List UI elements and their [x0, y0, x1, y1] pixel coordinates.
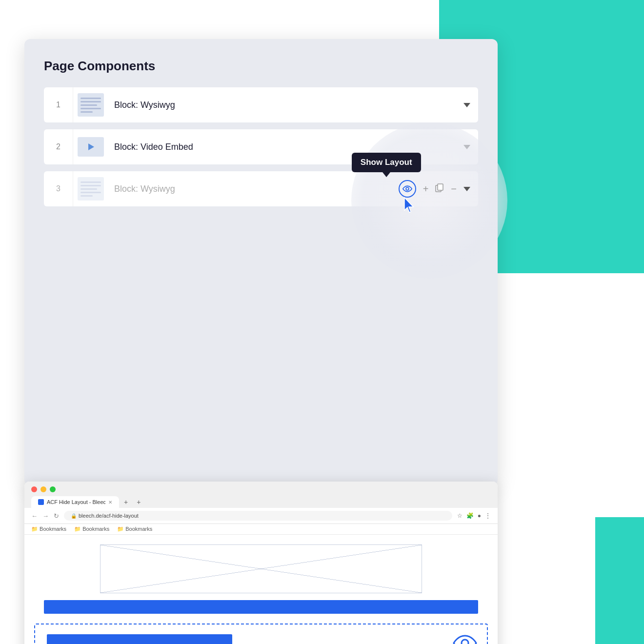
- bookmarks-bar: 📁 Bookmarks 📁 Bookmarks 📁 Bookmarks: [24, 524, 498, 535]
- dashed-section-eye: [453, 634, 477, 644]
- thumb-line: [80, 195, 93, 197]
- bookmark-2[interactable]: 📁 Bookmarks: [74, 526, 109, 532]
- browser-window: ACF Hide Layout - Bleech ✕ + + ← → ↻ 🔒 b…: [24, 482, 498, 644]
- tab-close-icon[interactable]: ✕: [108, 500, 112, 505]
- duplicate-icon[interactable]: [435, 183, 444, 195]
- block-thumb-3: [73, 171, 108, 206]
- wysiwyg-thumbnail-3: [78, 177, 104, 201]
- block-number-2: 2: [44, 129, 73, 164]
- forward-button[interactable]: →: [42, 512, 49, 520]
- video-thumbnail-2: [78, 137, 104, 157]
- thumb-line: [80, 188, 97, 190]
- block-number-1: 1: [44, 87, 73, 122]
- main-card: Page Components 1 Block: Wysiwyg 2 Block…: [24, 39, 498, 485]
- thumb-line: [80, 101, 101, 102]
- block-row-1: 1 Block: Wysiwyg: [44, 87, 478, 122]
- extension-icon[interactable]: 🧩: [466, 512, 474, 519]
- new-tab-button-2[interactable]: +: [133, 496, 144, 508]
- add-icon[interactable]: +: [423, 183, 429, 195]
- browser-chrome: ACF Hide Layout - Bleech ✕ + +: [24, 482, 498, 508]
- block-label-3: Block: Wysiwyg: [108, 184, 399, 194]
- toolbar-icons: ☆ 🧩 ● ⋮: [457, 512, 491, 519]
- traffic-light-minimize[interactable]: [40, 486, 46, 492]
- svg-point-0: [406, 187, 409, 190]
- new-tab-button[interactable]: +: [120, 496, 132, 508]
- dashed-content-section: [34, 624, 488, 644]
- tooltip: Show Layout: [352, 153, 421, 177]
- back-button[interactable]: ←: [31, 512, 38, 520]
- menu-icon[interactable]: ⋮: [485, 512, 491, 519]
- tooltip-arrow: [382, 172, 390, 177]
- block-actions-3: Show Layout: [399, 180, 478, 198]
- wysiwyg-thumbnail-1: [78, 93, 104, 117]
- browser-content: [24, 544, 498, 644]
- block-row-3: 3 Block: Wysiwyg Show Layout: [44, 171, 478, 206]
- blue-bar-hero: [44, 600, 478, 614]
- thumb-line: [80, 98, 101, 99]
- thumb-line: [80, 108, 101, 109]
- chevron-down-icon[interactable]: [463, 145, 470, 149]
- thumb-line: [80, 192, 101, 193]
- image-area: [24, 544, 498, 593]
- thumb-line: [80, 185, 101, 186]
- teal-background-bottom: [595, 517, 644, 644]
- eye-icon: [402, 185, 412, 192]
- traffic-light-maximize[interactable]: [50, 486, 56, 492]
- thumb-line: [80, 104, 97, 106]
- address-bar[interactable]: 🔒 bleech.de/acf-hide-layout: [64, 511, 452, 521]
- block-number-3: 3: [44, 171, 73, 206]
- block-actions-1: [463, 103, 478, 107]
- chevron-down-icon[interactable]: [463, 187, 470, 191]
- bookmark-3[interactable]: 📁 Bookmarks: [117, 526, 152, 532]
- copy-icon-svg: [435, 183, 444, 192]
- svg-rect-2: [438, 184, 443, 190]
- tab-favicon: [38, 499, 44, 505]
- block-label-1: Block: Wysiwyg: [108, 100, 463, 110]
- block-actions-2: [463, 145, 478, 149]
- star-icon[interactable]: ☆: [457, 512, 463, 519]
- traffic-light-close[interactable]: [31, 486, 37, 492]
- svg-point-3: [462, 640, 468, 644]
- eye-button-container: [399, 180, 416, 198]
- address-bar-row: ← → ↻ 🔒 bleech.de/acf-hide-layout ☆ 🧩 ● …: [24, 508, 498, 524]
- active-tab[interactable]: ACF Hide Layout - Bleech ✕: [31, 496, 119, 508]
- profile-icon[interactable]: ●: [478, 512, 481, 519]
- remove-icon[interactable]: −: [451, 183, 457, 195]
- show-layout-button[interactable]: [399, 180, 416, 198]
- url-text: bleech.de/acf-hide-layout: [79, 513, 139, 519]
- block-thumb-2: [73, 129, 108, 164]
- lock-icon: 🔒: [71, 513, 77, 519]
- tooltip-container: Show Layout: [399, 180, 416, 198]
- tooltip-text: Show Layout: [352, 153, 421, 172]
- section-title-bar: [47, 634, 232, 644]
- thumb-line: [80, 181, 101, 183]
- bookmark-1[interactable]: 📁 Bookmarks: [31, 526, 66, 532]
- tab-title: ACF Hide Layout - Bleech: [47, 499, 105, 505]
- thumb-line: [80, 111, 93, 113]
- page-title: Page Components: [44, 59, 478, 74]
- block-thumb-1: [73, 87, 108, 122]
- chevron-down-icon[interactable]: [463, 103, 470, 107]
- mouse-cursor: [402, 197, 416, 216]
- play-icon: [88, 143, 94, 150]
- traffic-lights: [31, 486, 491, 492]
- tab-bar: ACF Hide Layout - Bleech ✕ + +: [31, 496, 491, 508]
- refresh-button[interactable]: ↻: [54, 512, 59, 520]
- eye-icon-large: [453, 634, 477, 644]
- block-label-2: Block: Video Embed: [108, 142, 463, 152]
- image-placeholder: [100, 544, 422, 593]
